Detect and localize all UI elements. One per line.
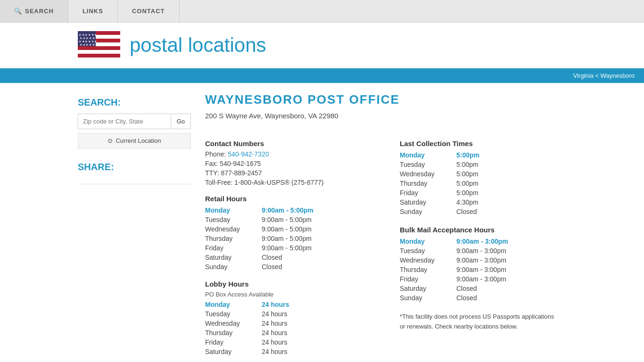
sidebar: SEARCH: Go ⊙ Current Location SHARE: bbox=[78, 92, 191, 356]
hours-cell: 9:00am - 3:00pm bbox=[456, 265, 566, 274]
svg-rect-8 bbox=[78, 58, 120, 59]
day-cell: Thursday bbox=[205, 328, 262, 337]
sidebar-divider bbox=[78, 184, 191, 184]
breadcrumb: Virginia < Waynesboro bbox=[0, 68, 644, 83]
navigation: 🔍 SEARCH LINKS CONTACT bbox=[0, 0, 644, 23]
hours-cell: 9:00am - 5:00pm bbox=[262, 206, 372, 215]
main-content: WAYNESBORO POST OFFICE 200 S Wayne Ave, … bbox=[205, 92, 566, 356]
nav-contact[interactable]: CONTACT bbox=[118, 0, 180, 22]
day-cell: Monday bbox=[205, 206, 262, 215]
svg-rect-5 bbox=[78, 46, 120, 50]
svg-text:★ ★ ★ ★ ★: ★ ★ ★ ★ ★ bbox=[80, 43, 95, 46]
lobby-hours-section: Lobby Hours PO Box Access Available Mond… bbox=[205, 280, 372, 356]
day-cell: Wednesday bbox=[400, 169, 456, 179]
day-cell: Tuesday bbox=[205, 215, 262, 224]
table-row: SundayClosed bbox=[205, 262, 372, 272]
table-row: Tuesday9:00am - 5:00pm bbox=[205, 215, 372, 224]
day-cell: Thursday bbox=[400, 265, 456, 274]
day-cell: Sunday bbox=[205, 262, 262, 272]
svg-rect-6 bbox=[78, 50, 120, 54]
day-cell: Monday bbox=[400, 237, 456, 246]
current-location-button[interactable]: ⊙ Current Location bbox=[78, 133, 191, 148]
svg-text:★ ★ ★ ★ ★ ★: ★ ★ ★ ★ ★ ★ bbox=[79, 33, 97, 36]
retail-hours-table: Monday9:00am - 5:00pmTuesday9:00am - 5:0… bbox=[205, 206, 372, 272]
right-column: Last Collection Times Monday5:00pmTuesda… bbox=[400, 131, 566, 356]
passport-note: *This facility does not process US Passp… bbox=[400, 312, 560, 332]
day-cell: Thursday bbox=[205, 234, 262, 243]
page-title: WAYNESBORO POST OFFICE bbox=[205, 92, 566, 107]
table-row: Monday9:00am - 5:00pm bbox=[205, 206, 372, 215]
post-office-address: 200 S Wayne Ave, Waynesboro, VA 22980 bbox=[205, 112, 566, 120]
search-icon: 🔍 bbox=[14, 8, 22, 15]
contact-heading: Contact Numbers bbox=[205, 140, 372, 148]
hours-cell: 9:00am - 5:00pm bbox=[262, 234, 372, 243]
table-row: Tuesday9:00am - 3:00pm bbox=[400, 246, 566, 255]
search-row: Go bbox=[78, 114, 191, 129]
hours-cell: 9:00am - 5:00pm bbox=[262, 215, 372, 224]
svg-text:★ ★ ★ ★ ★ ★: ★ ★ ★ ★ ★ ★ bbox=[79, 40, 97, 43]
phone-line: Phone: 540-942-7320 bbox=[205, 150, 372, 158]
nav-search[interactable]: 🔍 SEARCH bbox=[0, 0, 68, 22]
day-cell: Tuesday bbox=[400, 160, 456, 169]
table-row: SundayClosed bbox=[400, 293, 566, 303]
table-row: Thursday9:00am - 5:00pm bbox=[205, 234, 372, 243]
day-cell: Friday bbox=[400, 188, 456, 197]
phone-link[interactable]: 540-942-7320 bbox=[228, 150, 269, 158]
day-cell: Thursday bbox=[400, 179, 456, 188]
day-cell: Friday bbox=[205, 337, 262, 347]
breadcrumb-city: Waynesboro bbox=[601, 72, 635, 79]
day-cell: Wednesday bbox=[205, 319, 262, 328]
bulk-mail-section: Bulk Mail Acceptance Hours Monday9:00am … bbox=[400, 226, 566, 303]
hours-cell: Closed bbox=[262, 253, 372, 262]
nav-links[interactable]: LINKS bbox=[68, 0, 118, 22]
hours-cell: 5:00pm bbox=[456, 160, 566, 169]
hours-cell: 9:00am - 3:00pm bbox=[456, 237, 566, 246]
day-cell: Saturday bbox=[205, 347, 262, 356]
svg-text:★ ★ ★ ★ ★: ★ ★ ★ ★ ★ bbox=[80, 37, 95, 40]
hours-cell: 5:00pm bbox=[456, 150, 566, 160]
hours-cell: 4:30pm bbox=[456, 197, 566, 207]
day-cell: Saturday bbox=[400, 284, 456, 293]
lobby-hours-heading: Lobby Hours bbox=[205, 280, 372, 288]
retail-hours-heading: Retail Hours bbox=[205, 195, 372, 203]
search-section-title: SEARCH: bbox=[78, 97, 191, 108]
lobby-sub-note: PO Box Access Available bbox=[205, 291, 372, 298]
day-cell: Monday bbox=[205, 300, 262, 309]
table-row: SundayClosed bbox=[400, 207, 566, 216]
hours-cell: 9:00am - 3:00pm bbox=[456, 246, 566, 255]
hours-cell: 9:00am - 5:00pm bbox=[262, 243, 372, 253]
table-row: Friday5:00pm bbox=[400, 188, 566, 197]
lobby-hours-table: Monday24 hoursTuesday24 hoursWednesday24… bbox=[205, 300, 372, 356]
table-row: SaturdayClosed bbox=[205, 253, 372, 262]
hours-cell: Closed bbox=[456, 293, 566, 303]
day-cell: Wednesday bbox=[205, 224, 262, 234]
day-cell: Friday bbox=[205, 243, 262, 253]
location-icon: ⊙ bbox=[107, 137, 113, 144]
search-go-button[interactable]: Go bbox=[171, 114, 191, 129]
day-cell: Saturday bbox=[400, 197, 456, 207]
last-collection-section: Last Collection Times Monday5:00pmTuesda… bbox=[400, 140, 566, 216]
breadcrumb-state[interactable]: Virginia bbox=[573, 72, 594, 79]
tollfree-line: Toll-Free: 1-800-Ask-USPS® (275-8777) bbox=[205, 179, 372, 186]
last-collection-table: Monday5:00pmTuesday5:00pmWednesday5:00pm… bbox=[400, 150, 566, 216]
table-row: Thursday9:00am - 3:00pm bbox=[400, 265, 566, 274]
hours-cell: 24 hours bbox=[262, 300, 372, 309]
search-input[interactable] bbox=[78, 114, 171, 129]
hours-cell: Closed bbox=[456, 284, 566, 293]
day-cell: Saturday bbox=[205, 253, 262, 262]
table-row: Thursday5:00pm bbox=[400, 179, 566, 188]
last-collection-heading: Last Collection Times bbox=[400, 140, 566, 148]
table-row: Wednesday9:00am - 5:00pm bbox=[205, 224, 372, 234]
hours-cell: Closed bbox=[456, 207, 566, 216]
bulk-mail-heading: Bulk Mail Acceptance Hours bbox=[400, 226, 566, 234]
day-cell: Friday bbox=[400, 274, 456, 284]
hours-cell: 24 hours bbox=[262, 319, 372, 328]
tty-line: TTY: 877-889-2457 bbox=[205, 169, 372, 177]
share-section-title: SHARE: bbox=[78, 162, 191, 173]
table-row: Tuesday24 hours bbox=[205, 309, 372, 319]
day-cell: Tuesday bbox=[400, 246, 456, 255]
hours-cell: 9:00am - 3:00pm bbox=[456, 274, 566, 284]
hours-cell: 24 hours bbox=[262, 328, 372, 337]
site-title: postal locations bbox=[130, 34, 266, 57]
info-columns: Contact Numbers Phone: 540-942-7320 Fax:… bbox=[205, 131, 566, 356]
